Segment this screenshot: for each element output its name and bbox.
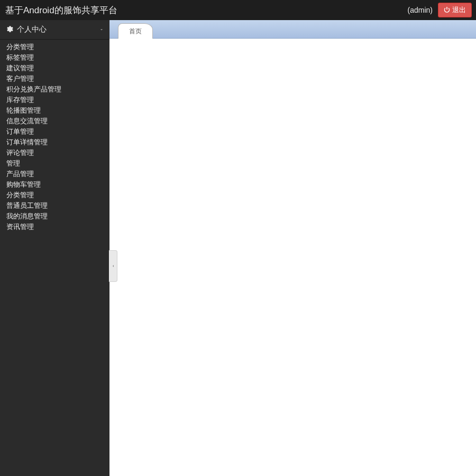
- sidebar-item[interactable]: 购物车管理: [6, 179, 109, 190]
- chevron-left-icon: [111, 261, 115, 271]
- sidebar-item[interactable]: 标签管理: [6, 52, 109, 63]
- sidebar-header-personal[interactable]: 个人中心: [0, 20, 109, 40]
- sidebar-item[interactable]: 积分兑换产品管理: [6, 84, 109, 95]
- content-area: [109, 39, 476, 476]
- gears-icon: [6, 25, 14, 34]
- sidebar-item[interactable]: 分类管理: [6, 190, 109, 200]
- sidebar-item[interactable]: 轮播图管理: [6, 105, 109, 116]
- app-title: 基于Android的服饰共享平台: [5, 4, 117, 16]
- sidebar-item[interactable]: 资讯管理: [6, 222, 109, 232]
- sidebar-collapse-handle[interactable]: [109, 250, 117, 282]
- logout-label: 退出: [452, 5, 466, 15]
- sidebar-item[interactable]: 分类管理: [6, 42, 109, 52]
- sidebar-item[interactable]: 订单管理: [6, 126, 109, 137]
- sidebar-item[interactable]: 建议管理: [6, 63, 109, 74]
- sidebar-item[interactable]: 库存管理: [6, 95, 109, 105]
- header-bar: 基于Android的服饰共享平台 (admin) 退出: [0, 0, 476, 20]
- sidebar-items: 分类管理标签管理建议管理客户管理积分兑换产品管理库存管理轮播图管理信息交流管理订…: [0, 40, 109, 232]
- power-icon: [444, 6, 450, 14]
- user-label: (admin): [408, 6, 433, 14]
- main-area: 首页: [109, 20, 476, 476]
- sidebar-item[interactable]: 产品管理: [6, 169, 109, 179]
- sidebar-item[interactable]: 订单详情管理: [6, 137, 109, 148]
- sidebar-header-label: 个人中心: [17, 25, 47, 34]
- tabs-bar: 首页: [109, 20, 476, 39]
- sidebar-item[interactable]: 我的消息管理: [6, 211, 109, 222]
- sidebar-item[interactable]: 管理: [6, 158, 109, 169]
- sidebar-item[interactable]: 信息交流管理: [6, 116, 109, 126]
- chevron-down-icon: [99, 25, 104, 34]
- sidebar-item[interactable]: 评论管理: [6, 148, 109, 158]
- header-right: (admin) 退出: [408, 3, 472, 17]
- tab-home[interactable]: 首页: [118, 23, 153, 39]
- sidebar: 个人中心 分类管理标签管理建议管理客户管理积分兑换产品管理库存管理轮播图管理信息…: [0, 20, 109, 476]
- sidebar-item[interactable]: 客户管理: [6, 74, 109, 84]
- logout-button[interactable]: 退出: [438, 3, 472, 17]
- sidebar-item[interactable]: 普通员工管理: [6, 200, 109, 211]
